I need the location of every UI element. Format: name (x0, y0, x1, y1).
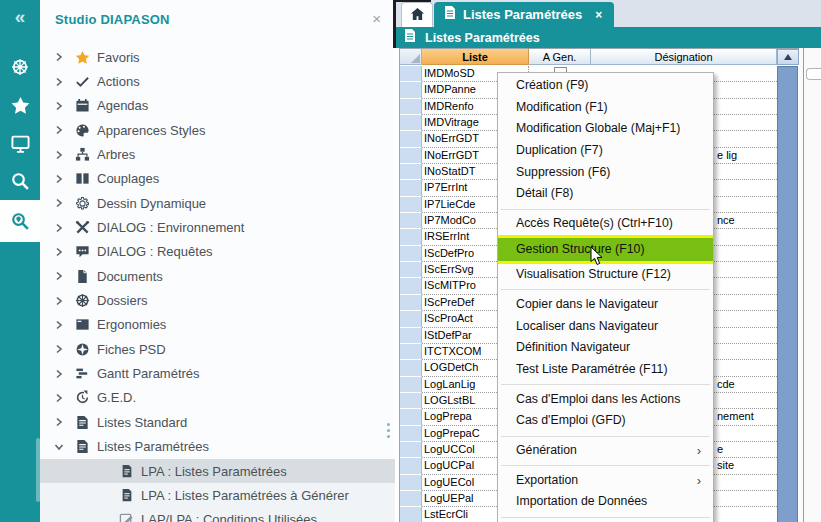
chevron-down-icon[interactable] (54, 442, 64, 452)
sidebar-item-fiches-psd[interactable]: Fiches PSD (40, 337, 395, 361)
row-selector[interactable] (400, 377, 422, 393)
menu-item-d-tail-f8[interactable]: Détail (F8) (498, 183, 713, 205)
rail-collapse-chevrons-icon[interactable]: « (0, 0, 40, 34)
row-selector[interactable] (400, 131, 422, 147)
row-selector[interactable] (400, 115, 422, 131)
sidebar-item-documents[interactable]: Documents (40, 264, 395, 288)
row-selector[interactable] (400, 360, 422, 376)
row-selector[interactable] (400, 491, 422, 507)
row-selector[interactable] (400, 278, 422, 294)
rail-search-icon[interactable] (0, 162, 40, 200)
menu-item-duplication-f7[interactable]: Duplication (F7) (498, 140, 713, 162)
panel-grip[interactable] (806, 68, 821, 80)
chevron-right-icon[interactable] (54, 320, 64, 330)
row-selector[interactable] (400, 99, 422, 115)
rail-search-location-icon[interactable] (0, 200, 40, 242)
menu-item-modification-f1[interactable]: Modification (F1) (498, 97, 713, 119)
sidebar-item-lap-lpa-conditions-utilis-es[interactable]: LAP/LPA : Conditions Utilisées (40, 508, 395, 522)
chevron-right-icon[interactable] (54, 198, 64, 208)
chevron-right-icon[interactable] (54, 344, 64, 354)
sidebar-item-agendas[interactable]: Agendas (40, 94, 395, 118)
row-selector[interactable] (400, 442, 422, 458)
tab-close-icon[interactable]: × (595, 8, 602, 22)
menu-item-visualisation-structure-f12[interactable]: Visualisation Structure (F12) (498, 264, 713, 286)
row-selector[interactable] (400, 262, 422, 278)
row-selector[interactable] (400, 246, 422, 262)
menu-item-suppression-f6[interactable]: Suppression (F6) (498, 162, 713, 184)
menu-item-cas-d-emploi-gfd[interactable]: Cas d'Emploi (GFD) (498, 410, 713, 432)
scroll-up-button[interactable] (777, 49, 799, 65)
row-selector[interactable] (400, 409, 422, 425)
row-selector[interactable] (400, 393, 422, 409)
chevron-right-icon[interactable] (54, 150, 64, 160)
sidebar-item-lpa-listes-param-tr-es[interactable]: LPA : Listes Paramétrées (40, 459, 395, 483)
sidebar-item-arbres[interactable]: Arbres (40, 142, 395, 166)
sidebar-item-couplages[interactable]: Couplages (40, 167, 395, 191)
rail-monitor-icon[interactable] (0, 124, 40, 162)
sidebar-item-listes-standard[interactable]: Listes Standard (40, 410, 395, 434)
chevron-right-icon[interactable] (54, 417, 64, 427)
panel-splitter-handle[interactable] (387, 423, 390, 438)
chevron-right-icon[interactable] (54, 223, 64, 233)
menu-item-modification-globale-maj-f1[interactable]: Modification Globale (Maj+F1) (498, 118, 713, 140)
row-selector[interactable] (400, 164, 422, 180)
sidebar-item-ergonomies[interactable]: Ergonomies (40, 313, 395, 337)
menu-item-importation-de-donn-es[interactable]: Importation de Données (498, 491, 713, 513)
select-all-corner[interactable] (400, 49, 422, 65)
row-selector[interactable] (400, 197, 422, 213)
row-selector[interactable] (400, 229, 422, 245)
sidebar-item-actions[interactable]: Actions (40, 69, 395, 93)
chevron-right-icon[interactable] (54, 77, 64, 87)
row-selector[interactable] (400, 426, 422, 442)
menu-item-exportation[interactable]: Exportation› (498, 470, 713, 492)
sidebar-item-dossiers[interactable]: Dossiers (40, 288, 395, 312)
column-header-designation[interactable]: Désignation (591, 49, 777, 65)
menu-item-gestion-structure-f10[interactable]: Gestion Structure (F10) (498, 235, 713, 264)
chevron-right-icon[interactable] (54, 247, 64, 257)
column-header-liste[interactable]: Liste (422, 49, 529, 65)
chevron-right-icon[interactable] (54, 393, 64, 403)
row-selector[interactable] (400, 328, 422, 344)
sidebar-item-dessin-dynamique[interactable]: Dessin Dynamique (40, 191, 395, 215)
sidebar-item-lpa-listes-param-tr-es-g-n-rer[interactable]: LPA : Listes Paramétrées à Générer (40, 483, 395, 507)
sidebar-close-icon[interactable]: × (372, 10, 381, 27)
rail-ship-wheel-icon[interactable] (0, 48, 40, 86)
menu-item-g-n-ration[interactable]: Génération› (498, 440, 713, 462)
row-selector[interactable] (400, 82, 422, 98)
row-selector[interactable] (400, 507, 422, 522)
column-header-a-gen[interactable]: A Gen. (529, 49, 591, 65)
row-selector[interactable] (400, 475, 422, 491)
tab-home[interactable] (401, 2, 433, 28)
menu-item-test-liste-param-tr-e-f11[interactable]: Test Liste Paramétrée (F11) (498, 359, 713, 381)
chevron-right-icon[interactable] (54, 52, 64, 62)
row-selector[interactable] (400, 213, 422, 229)
chevron-right-icon[interactable] (54, 369, 64, 379)
menu-item-copier-dans-le-navigateur[interactable]: Copier dans le Navigateur (498, 294, 713, 316)
row-selector[interactable] (400, 311, 422, 327)
chevron-right-icon[interactable] (54, 174, 64, 184)
menu-item-acc-s-requ-te-s-ctrl-f10[interactable]: Accès Requête(s) (Ctrl+F10) (498, 213, 713, 235)
row-selector[interactable] (400, 148, 422, 164)
menu-item-localiser-dans-navigateur[interactable]: Localiser dans Navigateur (498, 316, 713, 338)
chevron-right-icon[interactable] (54, 296, 64, 306)
sidebar-item-favoris[interactable]: Favoris (40, 45, 395, 69)
sidebar-item-g-e-d[interactable]: G.E.D. (40, 386, 395, 410)
menu-item-cr-ation-f9[interactable]: Création (F9) (498, 75, 713, 97)
menu-item-d-finition-navigateur[interactable]: Définition Navigateur (498, 337, 713, 359)
vertical-scrollbar-thumb[interactable] (777, 66, 798, 522)
sidebar-item-gantt-param-tr-s[interactable]: Gantt Paramétrés (40, 361, 395, 385)
chevron-right-icon[interactable] (54, 101, 64, 111)
menu-item-cas-d-emploi-dans-les-actions[interactable]: Cas d'Emploi dans les Actions (498, 389, 713, 411)
sidebar-item-dialog-environnement[interactable]: DIALOG : Environnement (40, 215, 395, 239)
tab-listes-parametrees[interactable]: Listes Paramétrées × (434, 2, 614, 27)
row-selector[interactable] (400, 66, 422, 82)
row-selector[interactable] (400, 180, 422, 196)
row-selector[interactable] (400, 344, 422, 360)
row-selector[interactable] (400, 295, 422, 311)
chevron-right-icon[interactable] (54, 125, 64, 135)
sidebar-item-dialog-requ-tes[interactable]: DIALOG : Requêtes (40, 240, 395, 264)
sidebar-item-apparences-styles[interactable]: Apparences Styles (40, 118, 395, 142)
sidebar-item-listes-param-tr-es[interactable]: Listes Paramétrées (40, 435, 395, 459)
rail-star-icon[interactable] (0, 86, 40, 124)
chevron-right-icon[interactable] (54, 271, 64, 281)
